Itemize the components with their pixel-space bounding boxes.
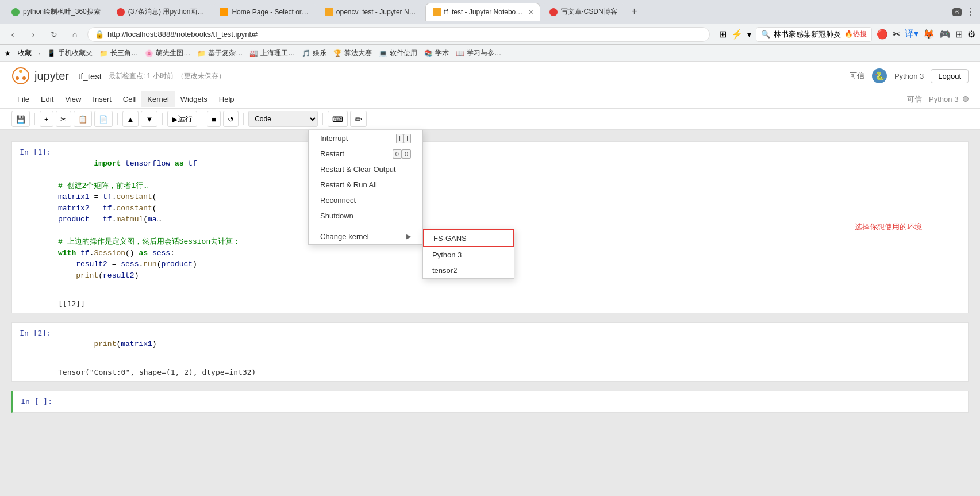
kernel-menu-restart[interactable]: Restart 00: [309, 146, 422, 162]
tab-4-favicon: [433, 8, 441, 16]
cell-3-code[interactable]: [59, 396, 968, 407]
tab-4[interactable]: tf_test - Jupyter Notebo… ✕: [425, 3, 540, 21]
bookmark-6[interactable]: 🏆 算法大赛: [333, 48, 372, 58]
bookmark-3-label: 基于复杂…: [208, 48, 243, 58]
tab-5[interactable]: 写文章-CSDN博客: [543, 3, 624, 21]
bookmark-2[interactable]: 🌸 萌先生图…: [145, 48, 190, 58]
bookmark-5-icon: 🎵: [302, 49, 310, 57]
notebook-title[interactable]: tf_test: [78, 71, 102, 81]
tab-2[interactable]: Home Page - Select or…: [213, 3, 315, 21]
cell-2-code[interactable]: print(matrix1): [58, 328, 968, 362]
back-button[interactable]: ‹: [5, 26, 21, 43]
cell-2-output: Tensor("Const:0", shape=(1, 2), dtype=in…: [12, 366, 968, 381]
translate-icon[interactable]: 译▾: [905, 28, 918, 40]
menu-edit[interactable]: Edit: [35, 91, 59, 107]
menu-view[interactable]: View: [59, 91, 87, 107]
right-icons: ⊞ ⚡ ▾: [719, 29, 751, 40]
tab-2-label: Home Page - Select or…: [232, 8, 308, 16]
keyboard-shortcuts-button[interactable]: ⌨: [328, 111, 348, 127]
tab-4-close[interactable]: ✕: [528, 9, 533, 16]
tab-3[interactable]: opencv_test - Jupyter N…: [318, 3, 423, 21]
forward-button[interactable]: ›: [25, 26, 41, 43]
bookmark-5-label: 娱乐: [313, 48, 326, 58]
save-button[interactable]: 💾: [11, 111, 30, 127]
grid-icon[interactable]: ⊞: [719, 29, 727, 40]
svg-point-3: [16, 76, 19, 80]
kernel-option-tensor2[interactable]: tensor2: [423, 263, 514, 278]
tab-1-label: (37条消息) 用python画…: [128, 7, 205, 17]
menu-help[interactable]: Help: [213, 91, 240, 107]
lightning-icon[interactable]: ⚡: [731, 29, 743, 40]
kernel-menu-reconnect[interactable]: Reconnect: [309, 193, 422, 208]
cell-type-select[interactable]: Code Markdown Raw NBConvert Heading: [248, 111, 318, 127]
cut-cell-button[interactable]: ✂: [56, 111, 71, 127]
extension-icon-1[interactable]: 🔴: [877, 29, 888, 40]
menu-kernel[interactable]: Kernel: [141, 91, 175, 107]
bookmark-1[interactable]: 📁 长三角…: [99, 48, 138, 58]
bookmark-9[interactable]: 📖 学习与参…: [456, 48, 501, 58]
add-cell-button[interactable]: +: [40, 111, 53, 127]
bookmark-7-icon: 💻: [379, 49, 387, 57]
tab-5-label: 写文章-CSDN博客: [561, 7, 617, 17]
kernel-menu-change-kernel[interactable]: Change kernel ▶ FS-GANS Python 3 tensor2: [309, 229, 422, 244]
move-down-button[interactable]: ▼: [141, 111, 157, 127]
restart-button[interactable]: ↺: [223, 111, 239, 127]
extension-icon-2[interactable]: 🦊: [923, 29, 935, 40]
kernel-menu-restart-clear[interactable]: Restart & Clear Output: [309, 162, 422, 177]
url-text: http://localhost:8888/notebooks/tf_test.…: [107, 30, 258, 39]
search-icon: 🔍: [761, 30, 770, 39]
grid-small-icon[interactable]: ⊞: [955, 29, 963, 40]
extension-icon-3[interactable]: 🎮: [939, 29, 951, 40]
logout-button[interactable]: Logout: [931, 69, 969, 83]
interrupt-button[interactable]: ■: [207, 111, 221, 127]
submenu-arrow: ▶: [406, 233, 411, 240]
move-up-button[interactable]: ▲: [122, 111, 139, 127]
kernel-menu-restart-run[interactable]: Restart & Run All: [309, 177, 422, 193]
bookmark-4[interactable]: 🏭 上海理工…: [249, 48, 295, 58]
restart-clear-label: Restart & Clear Output: [320, 165, 396, 174]
scissors-icon[interactable]: ✂: [893, 29, 900, 40]
copy-cell-button[interactable]: 📋: [74, 111, 92, 127]
bookmark-0[interactable]: 📱 手机收藏夹: [47, 48, 93, 58]
search-box[interactable]: 🔍 林书豪感染新冠肺炎 🔥热搜: [756, 27, 872, 42]
bookmark-0-icon: 📱: [47, 49, 56, 57]
bookmark-7[interactable]: 💻 软件使用: [379, 48, 417, 58]
new-tab-button[interactable]: +: [627, 4, 643, 20]
menu-cell[interactable]: Cell: [117, 91, 141, 107]
browser-menu-icon[interactable]: ⋮: [966, 6, 975, 17]
chevron-down-icon[interactable]: ▾: [747, 30, 751, 39]
bookmark-8[interactable]: 📚 学术: [424, 48, 449, 58]
checkpoint-link[interactable]: （更改未保存）: [177, 71, 225, 81]
bookmark-8-label: 学术: [435, 48, 449, 58]
toolbar-sep-2: [117, 113, 118, 125]
python3-label: Python 3: [432, 251, 462, 259]
kernel-option-fsgans[interactable]: FS-GANS: [423, 229, 514, 247]
tab-0[interactable]: python绘制枫叶_360搜索: [5, 3, 107, 21]
fsgans-label: FS-GANS: [433, 234, 467, 243]
kernel-option-python3[interactable]: Python 3: [423, 247, 514, 263]
bookmark-4-label: 上海理工…: [260, 48, 295, 58]
kernel-menu-interrupt[interactable]: Interrupt II: [309, 130, 422, 146]
command-palette-button[interactable]: ✏: [350, 111, 367, 127]
refresh-button[interactable]: ↻: [46, 26, 62, 43]
menu-widgets[interactable]: Widgets: [175, 91, 213, 107]
paste-cell-button[interactable]: 📄: [94, 111, 113, 127]
cell-2-prompt: In [2]:: [12, 328, 58, 362]
checkpoint-text: 最新检查点: 1 小时前: [109, 71, 174, 81]
bookmark-5[interactable]: 🎵 娱乐: [302, 48, 326, 58]
home-button[interactable]: ⌂: [67, 26, 83, 43]
tab-1-favicon: [117, 8, 125, 16]
run-cell-button[interactable]: ▶ 运行: [167, 111, 197, 127]
kernel-menu-sep: [309, 226, 422, 226]
trusted-status: 可信: [907, 94, 922, 105]
jupyter-brand-section: jupyter tf_test 最新检查点: 1 小时前 （更改未保存）: [11, 67, 225, 85]
menu-file[interactable]: File: [11, 91, 35, 107]
tab-3-label: opencv_test - Jupyter N…: [336, 8, 416, 16]
tab-0-favicon: [11, 8, 20, 16]
tab-1[interactable]: (37条消息) 用python画…: [110, 3, 212, 21]
settings-icon[interactable]: ⚙: [967, 29, 975, 40]
menu-insert[interactable]: Insert: [87, 91, 117, 107]
bookmark-3[interactable]: 📁 基于复杂…: [197, 48, 243, 58]
kernel-menu-shutdown[interactable]: Shutdown: [309, 208, 422, 224]
url-bar[interactable]: 🔒 http://localhost:8888/notebooks/tf_tes…: [87, 27, 710, 42]
